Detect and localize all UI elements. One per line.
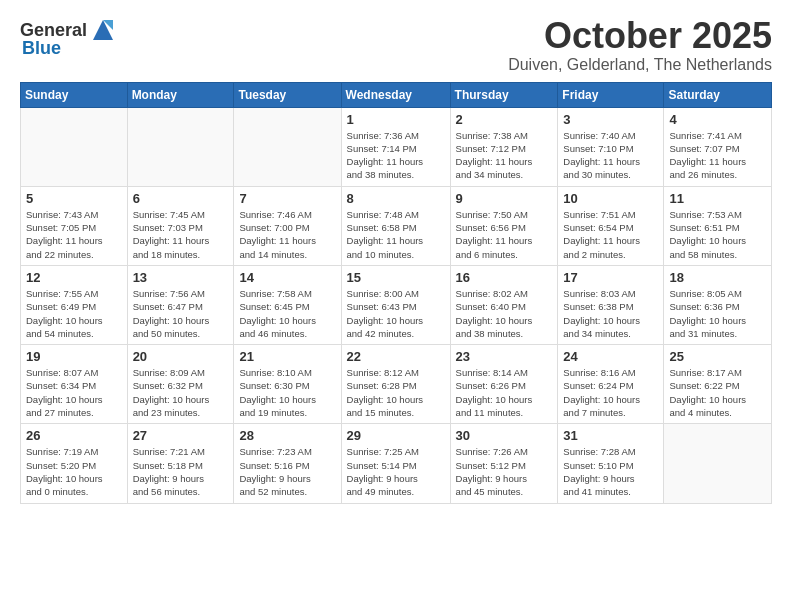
day-number: 2 — [456, 112, 553, 127]
day-info: Sunrise: 8:07 AMSunset: 6:34 PMDaylight:… — [26, 366, 122, 419]
table-row: 6Sunrise: 7:45 AMSunset: 7:03 PMDaylight… — [127, 186, 234, 265]
day-number: 31 — [563, 428, 658, 443]
day-info: Sunrise: 7:25 AMSunset: 5:14 PMDaylight:… — [347, 445, 445, 498]
day-info: Sunrise: 7:43 AMSunset: 7:05 PMDaylight:… — [26, 208, 122, 261]
day-info: Sunrise: 7:46 AMSunset: 7:00 PMDaylight:… — [239, 208, 335, 261]
table-row — [127, 107, 234, 186]
day-number: 7 — [239, 191, 335, 206]
day-info: Sunrise: 8:14 AMSunset: 6:26 PMDaylight:… — [456, 366, 553, 419]
day-info: Sunrise: 8:12 AMSunset: 6:28 PMDaylight:… — [347, 366, 445, 419]
day-number: 23 — [456, 349, 553, 364]
day-info: Sunrise: 8:10 AMSunset: 6:30 PMDaylight:… — [239, 366, 335, 419]
day-number: 9 — [456, 191, 553, 206]
week-row-2: 5Sunrise: 7:43 AMSunset: 7:05 PMDaylight… — [21, 186, 772, 265]
page: General Blue October 2025 Duiven, Gelder… — [0, 0, 792, 520]
day-info: Sunrise: 7:41 AMSunset: 7:07 PMDaylight:… — [669, 129, 766, 182]
col-thursday: Thursday — [450, 82, 558, 107]
table-row — [664, 424, 772, 503]
col-monday: Monday — [127, 82, 234, 107]
day-number: 27 — [133, 428, 229, 443]
day-number: 16 — [456, 270, 553, 285]
table-row: 27Sunrise: 7:21 AMSunset: 5:18 PMDayligh… — [127, 424, 234, 503]
day-info: Sunrise: 8:09 AMSunset: 6:32 PMDaylight:… — [133, 366, 229, 419]
table-row: 2Sunrise: 7:38 AMSunset: 7:12 PMDaylight… — [450, 107, 558, 186]
table-row: 16Sunrise: 8:02 AMSunset: 6:40 PMDayligh… — [450, 265, 558, 344]
month-title: October 2025 — [508, 16, 772, 56]
day-info: Sunrise: 7:50 AMSunset: 6:56 PMDaylight:… — [456, 208, 553, 261]
table-row: 3Sunrise: 7:40 AMSunset: 7:10 PMDaylight… — [558, 107, 664, 186]
table-row: 28Sunrise: 7:23 AMSunset: 5:16 PMDayligh… — [234, 424, 341, 503]
day-number: 17 — [563, 270, 658, 285]
day-info: Sunrise: 7:36 AMSunset: 7:14 PMDaylight:… — [347, 129, 445, 182]
table-row: 10Sunrise: 7:51 AMSunset: 6:54 PMDayligh… — [558, 186, 664, 265]
day-number: 30 — [456, 428, 553, 443]
day-info: Sunrise: 7:28 AMSunset: 5:10 PMDaylight:… — [563, 445, 658, 498]
day-number: 4 — [669, 112, 766, 127]
table-row — [234, 107, 341, 186]
logo-blue-text: Blue — [22, 38, 61, 59]
day-number: 1 — [347, 112, 445, 127]
day-info: Sunrise: 7:51 AMSunset: 6:54 PMDaylight:… — [563, 208, 658, 261]
week-row-4: 19Sunrise: 8:07 AMSunset: 6:34 PMDayligh… — [21, 345, 772, 424]
logo: General Blue — [20, 16, 117, 59]
day-info: Sunrise: 7:19 AMSunset: 5:20 PMDaylight:… — [26, 445, 122, 498]
col-saturday: Saturday — [664, 82, 772, 107]
day-number: 10 — [563, 191, 658, 206]
table-row: 30Sunrise: 7:26 AMSunset: 5:12 PMDayligh… — [450, 424, 558, 503]
table-row: 5Sunrise: 7:43 AMSunset: 7:05 PMDaylight… — [21, 186, 128, 265]
table-row: 26Sunrise: 7:19 AMSunset: 5:20 PMDayligh… — [21, 424, 128, 503]
location-title: Duiven, Gelderland, The Netherlands — [508, 56, 772, 74]
table-row: 20Sunrise: 8:09 AMSunset: 6:32 PMDayligh… — [127, 345, 234, 424]
day-info: Sunrise: 8:02 AMSunset: 6:40 PMDaylight:… — [456, 287, 553, 340]
title-block: October 2025 Duiven, Gelderland, The Net… — [508, 16, 772, 74]
table-row: 18Sunrise: 8:05 AMSunset: 6:36 PMDayligh… — [664, 265, 772, 344]
table-row: 31Sunrise: 7:28 AMSunset: 5:10 PMDayligh… — [558, 424, 664, 503]
day-info: Sunrise: 7:38 AMSunset: 7:12 PMDaylight:… — [456, 129, 553, 182]
day-number: 19 — [26, 349, 122, 364]
day-info: Sunrise: 7:53 AMSunset: 6:51 PMDaylight:… — [669, 208, 766, 261]
week-row-5: 26Sunrise: 7:19 AMSunset: 5:20 PMDayligh… — [21, 424, 772, 503]
table-row: 4Sunrise: 7:41 AMSunset: 7:07 PMDaylight… — [664, 107, 772, 186]
day-number: 28 — [239, 428, 335, 443]
table-row: 15Sunrise: 8:00 AMSunset: 6:43 PMDayligh… — [341, 265, 450, 344]
header: General Blue October 2025 Duiven, Gelder… — [20, 16, 772, 74]
day-info: Sunrise: 8:00 AMSunset: 6:43 PMDaylight:… — [347, 287, 445, 340]
day-number: 26 — [26, 428, 122, 443]
day-number: 25 — [669, 349, 766, 364]
week-row-3: 12Sunrise: 7:55 AMSunset: 6:49 PMDayligh… — [21, 265, 772, 344]
day-info: Sunrise: 7:21 AMSunset: 5:18 PMDaylight:… — [133, 445, 229, 498]
day-number: 24 — [563, 349, 658, 364]
day-info: Sunrise: 7:55 AMSunset: 6:49 PMDaylight:… — [26, 287, 122, 340]
table-row: 7Sunrise: 7:46 AMSunset: 7:00 PMDaylight… — [234, 186, 341, 265]
table-row: 8Sunrise: 7:48 AMSunset: 6:58 PMDaylight… — [341, 186, 450, 265]
day-info: Sunrise: 8:03 AMSunset: 6:38 PMDaylight:… — [563, 287, 658, 340]
day-number: 6 — [133, 191, 229, 206]
table-row: 21Sunrise: 8:10 AMSunset: 6:30 PMDayligh… — [234, 345, 341, 424]
table-row: 13Sunrise: 7:56 AMSunset: 6:47 PMDayligh… — [127, 265, 234, 344]
day-number: 15 — [347, 270, 445, 285]
day-info: Sunrise: 7:26 AMSunset: 5:12 PMDaylight:… — [456, 445, 553, 498]
col-friday: Friday — [558, 82, 664, 107]
table-row: 19Sunrise: 8:07 AMSunset: 6:34 PMDayligh… — [21, 345, 128, 424]
col-tuesday: Tuesday — [234, 82, 341, 107]
table-row: 12Sunrise: 7:55 AMSunset: 6:49 PMDayligh… — [21, 265, 128, 344]
day-number: 8 — [347, 191, 445, 206]
day-info: Sunrise: 7:56 AMSunset: 6:47 PMDaylight:… — [133, 287, 229, 340]
table-row: 1Sunrise: 7:36 AMSunset: 7:14 PMDaylight… — [341, 107, 450, 186]
table-row — [21, 107, 128, 186]
table-row: 24Sunrise: 8:16 AMSunset: 6:24 PMDayligh… — [558, 345, 664, 424]
day-number: 29 — [347, 428, 445, 443]
col-wednesday: Wednesday — [341, 82, 450, 107]
day-info: Sunrise: 7:23 AMSunset: 5:16 PMDaylight:… — [239, 445, 335, 498]
day-info: Sunrise: 7:45 AMSunset: 7:03 PMDaylight:… — [133, 208, 229, 261]
table-row: 17Sunrise: 8:03 AMSunset: 6:38 PMDayligh… — [558, 265, 664, 344]
day-info: Sunrise: 7:58 AMSunset: 6:45 PMDaylight:… — [239, 287, 335, 340]
day-number: 11 — [669, 191, 766, 206]
table-row: 25Sunrise: 8:17 AMSunset: 6:22 PMDayligh… — [664, 345, 772, 424]
table-row: 23Sunrise: 8:14 AMSunset: 6:26 PMDayligh… — [450, 345, 558, 424]
day-info: Sunrise: 8:17 AMSunset: 6:22 PMDaylight:… — [669, 366, 766, 419]
calendar-table: Sunday Monday Tuesday Wednesday Thursday… — [20, 82, 772, 504]
day-info: Sunrise: 8:16 AMSunset: 6:24 PMDaylight:… — [563, 366, 658, 419]
day-number: 3 — [563, 112, 658, 127]
table-row: 14Sunrise: 7:58 AMSunset: 6:45 PMDayligh… — [234, 265, 341, 344]
